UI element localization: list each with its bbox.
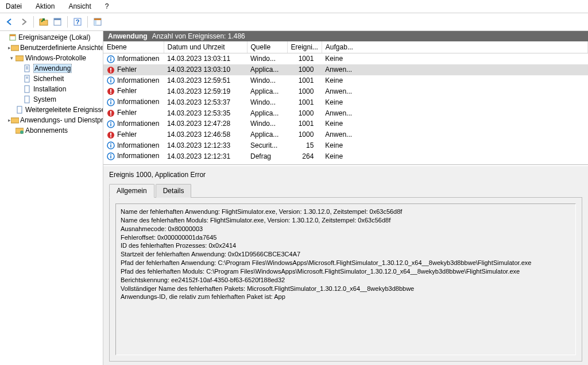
tree-root[interactable]: Ereignisanzeige (Lokal) [0,32,103,43]
svg-rect-19 [25,86,29,93]
svg-rect-54 [110,154,111,155]
detail-text: Name der fehlerhaften Anwendung: FlightS… [115,203,576,355]
svg-rect-39 [110,100,111,101]
info-icon [107,141,115,149]
table-row[interactable]: Informationen14.03.2023 12:12:31Defrag26… [103,151,588,162]
log-icon [23,64,32,73]
svg-rect-22 [11,118,19,123]
table-row[interactable]: Fehler14.03.2023 12:59:19Applica...1000A… [103,86,588,97]
tree-forwarded[interactable]: Weitergeleitete Ereignisse [0,105,103,115]
table-row[interactable]: Informationen14.03.2023 12:47:28Windo...… [103,118,588,129]
events-grid[interactable]: Ebene Datum und Uhrzeit Quelle Ereigni..… [103,41,588,165]
tree-label: Abonnements [25,126,68,135]
tree-label: Benutzerdefinierte Ansichten [20,44,103,52]
subscriptions-icon [15,126,24,135]
tree-setup[interactable]: Installation [0,84,103,94]
toolbar: ? [0,13,588,31]
info-icon [107,76,115,84]
svg-rect-30 [110,71,111,72]
detail-tabs: Allgemein Details [106,183,586,197]
menu-help[interactable]: ? [103,1,111,11]
menu-file[interactable]: Datei [3,1,24,11]
tree-custom-views[interactable]: ▸ Benutzerdefinierte Ansichten [0,43,103,53]
tab-details[interactable]: Details [156,184,192,198]
pane-button[interactable] [91,16,104,28]
log-icon [16,105,24,114]
table-row[interactable]: Informationen14.03.2023 12:53:37Windo...… [103,97,588,107]
svg-rect-2 [54,18,61,20]
menu-bar: Datei Aktion Ansicht ? [0,0,588,13]
svg-rect-36 [110,93,111,94]
tree-label: System [33,95,56,103]
svg-rect-48 [110,136,111,137]
svg-rect-27 [110,57,111,58]
svg-rect-32 [110,80,111,83]
tree-root-label: Ereignisanzeige (Lokal) [18,33,90,41]
tree-application[interactable]: Anwendung [0,63,103,74]
chevron-down-icon[interactable]: ▾ [8,55,15,61]
info-icon [107,98,115,106]
svg-rect-16 [25,75,29,82]
tree-windows-logs[interactable]: ▾ Windows-Protokolle [0,53,103,63]
col-datetime[interactable]: Datum und Uhrzeit [164,41,247,53]
error-icon [107,87,115,95]
tab-general[interactable]: Allgemein [109,184,154,198]
tree-label: Anwendungs- und Dienstprotokolle [20,116,103,124]
tree-subscriptions[interactable]: Abonnements [0,125,103,136]
tree-label: Installation [33,85,66,93]
svg-rect-38 [110,102,111,105]
svg-rect-33 [110,78,111,79]
error-icon [107,109,115,117]
info-icon [107,55,115,63]
svg-rect-41 [110,111,111,114]
folder-icon [11,116,19,125]
toolbar-separator [33,16,34,28]
detail-box[interactable]: Name der fehlerhaften Anwendung: FlightS… [109,197,582,362]
svg-rect-10 [11,45,19,51]
svg-rect-53 [110,156,111,159]
table-row[interactable]: Fehler14.03.2023 13:03:10Applica...1000A… [103,64,588,75]
menu-action[interactable]: Aktion [33,1,57,11]
svg-rect-0 [40,20,48,25]
header-category: Anwendung [108,32,148,40]
table-row[interactable]: Informationen14.03.2023 12:12:33Securit.… [103,140,588,151]
table-row[interactable]: Informationen14.03.2023 13:03:11Windo...… [103,53,588,64]
help-button[interactable]: ? [71,16,84,28]
svg-rect-20 [25,96,29,103]
properties-button[interactable] [51,16,64,28]
svg-rect-50 [110,145,111,148]
toolbar-separator [67,16,68,28]
folder-icon [15,53,24,63]
detail-title: Ereignis 1000, Application Error [106,170,586,183]
col-eventid[interactable]: Ereigni... [287,41,322,53]
table-row[interactable]: Informationen14.03.2023 12:59:51Windo...… [103,75,588,86]
tree-app-services[interactable]: ▸ Anwendungs- und Dienstprotokolle [0,115,103,125]
error-icon [107,66,115,74]
tree-label: Sicherheit [33,75,64,83]
tree-label: Weitergeleitete Ereignisse [25,106,103,114]
forward-button[interactable] [17,16,30,28]
col-level[interactable]: Ebene [103,41,164,53]
back-button[interactable] [3,16,16,28]
table-row[interactable]: Fehler14.03.2023 12:53:35Applica...1000A… [103,107,588,118]
svg-rect-42 [110,114,111,116]
main-pane: Anwendung Anzahl von Ereignissen: 1.486 … [103,31,588,365]
svg-rect-12 [25,65,29,72]
log-icon [23,84,32,94]
col-source[interactable]: Quelle [247,41,287,53]
svg-rect-51 [110,143,111,144]
folder-button[interactable] [37,16,50,28]
tree-system[interactable]: System [0,94,103,105]
info-icon [107,120,115,128]
log-icon [23,95,32,104]
svg-rect-11 [16,56,24,61]
tree-label: Windows-Protokolle [25,54,86,62]
nav-tree[interactable]: Ereignisanzeige (Lokal) ▸ Benutzerdefini… [0,31,103,365]
svg-rect-6 [94,18,101,20]
col-task[interactable]: Aufgab... [322,41,587,53]
eventviewer-icon [8,33,17,42]
menu-view[interactable]: Ansicht [66,1,93,11]
svg-rect-45 [110,122,111,123]
table-row[interactable]: Fehler14.03.2023 12:46:58Applica...1000A… [103,129,588,140]
tree-security[interactable]: Sicherheit [0,74,103,84]
